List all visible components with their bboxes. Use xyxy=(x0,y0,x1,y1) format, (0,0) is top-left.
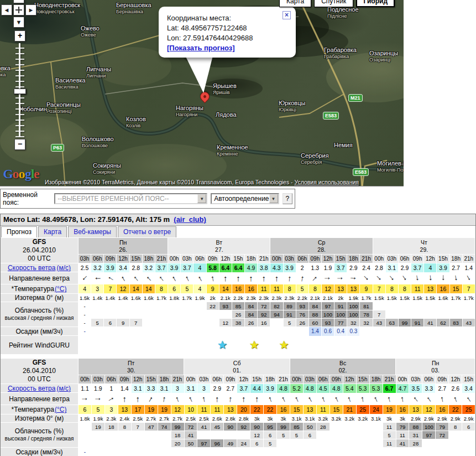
forecast-cell: ↑ xyxy=(462,393,475,405)
day-name: Чт xyxy=(421,239,427,246)
forecast-cell: 7 xyxy=(104,284,117,294)
map-type-button-гибрид[interactable]: Гибрид xyxy=(356,0,395,7)
forecast-cell: 2.9 xyxy=(211,384,224,393)
wind-unit-link[interactable]: (м/с) xyxy=(56,264,71,272)
timezone-select-value: --ВЫБЕРИТЕ ВРЕМЕННОЙ ПОЯС-- xyxy=(57,195,169,203)
wind-direction-arrow-icon: ↑ xyxy=(118,272,128,284)
map-attribution: Изображения ©2010 TerraMetrics, Данные к… xyxy=(0,179,404,185)
place-name: Кременное xyxy=(217,144,248,151)
wind-unit-link[interactable]: (м/с) xyxy=(56,385,71,392)
forecast-cell: 3.3 xyxy=(422,384,436,393)
place-name-alt: Василівка xyxy=(55,84,79,90)
forecast-cell: 4 xyxy=(193,284,206,294)
hour-header: 03h xyxy=(92,375,105,384)
tab-карта[interactable]: Карта xyxy=(38,226,67,237)
forecast-cell xyxy=(277,448,290,456)
map-place-label: ЯрышевЯришів xyxy=(213,83,237,96)
hour-header: 12h xyxy=(449,375,462,384)
forecast-cell: ↑ xyxy=(264,393,277,405)
wind-direction-arrow-icon: ↑ xyxy=(372,393,380,405)
show-forecast-link[interactable]: [Показать прогноз] xyxy=(167,44,235,52)
wind-direction-arrow-icon: ↑ xyxy=(156,272,167,284)
pan-up-icon: ▲ xyxy=(16,0,22,1)
map-type-button-спутник[interactable]: Спутник xyxy=(314,0,353,7)
forecast-cell: 16 xyxy=(245,284,258,294)
zoom-out-button[interactable]: − xyxy=(14,139,25,150)
pan-center-button[interactable] xyxy=(13,4,24,15)
map-place-label: ОжевоОжеве xyxy=(81,25,100,38)
pan-right-button[interactable]: ► xyxy=(25,4,36,15)
forecast-cell xyxy=(290,448,304,456)
hour-header: 15h xyxy=(232,255,245,263)
place-name: Ярышев xyxy=(213,82,237,89)
cloud-cell: 5 xyxy=(284,319,296,327)
wind-direction-arrow-icon: ↑ xyxy=(223,272,228,284)
forecast-cell xyxy=(450,327,463,336)
timezone-mode-select[interactable]: Автоопределение ▼ xyxy=(211,193,279,204)
pan-left-button[interactable]: ◄ xyxy=(1,4,12,15)
map-type-button-карта[interactable]: Карта xyxy=(279,0,311,7)
place-name: Волошково xyxy=(82,136,114,142)
tab-прогноз[interactable]: Прогноз xyxy=(1,226,37,237)
forecast-cell: ↑ xyxy=(232,272,245,284)
wind-speed-link[interactable]: Скорость ветра xyxy=(8,385,56,392)
forecast-cell: 2.5k xyxy=(197,414,211,423)
model-info: GFS26.04.201000 UTC xyxy=(1,238,79,263)
forecast-cell: 1.7k xyxy=(181,294,193,302)
forecast-cell: 2.2k xyxy=(296,294,309,302)
cloud-cell xyxy=(437,310,449,319)
forecast-cell xyxy=(130,327,143,336)
cloud-cell xyxy=(343,431,357,439)
pan-down-button[interactable]: ▼ xyxy=(13,17,24,28)
timezone-select[interactable]: --ВЫБЕРИТЕ ВРЕМЕННОЙ ПОЯС-- ▼ xyxy=(54,193,207,204)
day-header: Пт30. xyxy=(79,359,184,375)
forecast-cell: ↑ xyxy=(290,393,304,405)
help-button[interactable]: ? xyxy=(283,193,292,204)
windguru-star-icon: ★ xyxy=(249,338,259,352)
forecast-cell: 1.9k xyxy=(193,294,206,302)
forecast-cell xyxy=(304,448,317,456)
hour-header: 15h xyxy=(145,375,158,384)
temp-unit-link[interactable]: (°C) xyxy=(55,406,66,413)
forecast-cell: 19 xyxy=(158,405,171,414)
station-link[interactable]: (air_club) xyxy=(174,215,206,224)
forecast-cell: ↑ xyxy=(155,272,168,284)
tab-отчеты о ветре[interactable]: Отчеты о ветре xyxy=(118,226,176,237)
forecast-cell: 1.4k xyxy=(117,294,129,302)
cloud-cell: 6 xyxy=(264,431,277,439)
zoom-in-button[interactable]: + xyxy=(14,30,25,42)
forecast-cell xyxy=(449,448,462,456)
tab-веб-камеры[interactable]: Веб-камеры xyxy=(68,226,117,237)
forecast-cell: ↑ xyxy=(357,393,370,405)
temp-unit-link[interactable]: (°C) xyxy=(55,285,66,293)
wind-direction-arrow-icon: ↑ xyxy=(305,393,315,405)
terms-of-use-link[interactable]: Условия использования xyxy=(294,179,359,185)
forecast-cell xyxy=(270,327,283,336)
forecast-cell xyxy=(343,448,357,456)
wind-direction-arrow-icon: ↑ xyxy=(299,272,305,284)
cloud-cell xyxy=(343,439,357,448)
cloud-cell xyxy=(79,423,92,431)
cloud-cell xyxy=(155,310,168,319)
forecast-cell: 1.6k xyxy=(143,294,155,302)
wind-speed-link[interactable]: Скорость ветра xyxy=(8,264,56,272)
close-icon[interactable]: × xyxy=(283,11,291,19)
cloud-cell: 63 xyxy=(386,319,399,327)
day-header: Ср28. xyxy=(270,238,373,255)
map-canvas[interactable]: НоводнестровскНоводнестровськБернашовкаБ… xyxy=(0,0,404,186)
hour-header: 09h xyxy=(411,255,424,263)
zoom-slider-handle[interactable] xyxy=(14,89,26,94)
forecast-cell: 1.9k xyxy=(92,414,105,423)
hour-header: 18h xyxy=(158,375,171,384)
wind-direction-arrow-icon: ↑ xyxy=(249,272,253,284)
cloud-cell: 90 xyxy=(250,423,264,431)
zoom-slider[interactable] xyxy=(15,43,24,137)
day-date: 30. xyxy=(127,367,135,374)
cloud-cell xyxy=(317,439,330,448)
hour-header: 03h xyxy=(197,375,211,384)
pan-up-button[interactable]: ▲ xyxy=(13,0,24,3)
hour-header: 18h xyxy=(370,375,383,384)
hour-header: 21h xyxy=(258,255,270,263)
forecast-cell xyxy=(317,448,330,456)
forecast-cell: 2.8 xyxy=(130,263,143,272)
